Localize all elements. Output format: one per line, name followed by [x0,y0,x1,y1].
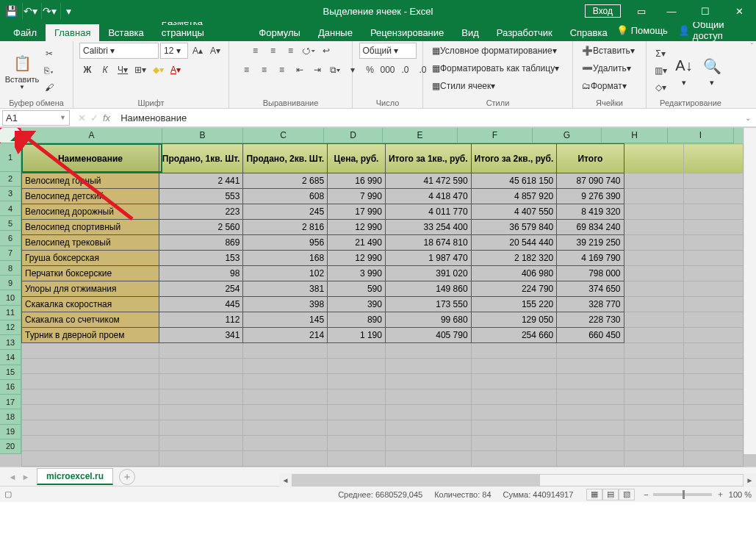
format-painter-icon[interactable]: 🖌 [41,79,57,96]
row-header-2[interactable]: 2 [0,172,21,187]
cell[interactable]: 129 050 [471,312,557,328]
col-header-E[interactable]: E [383,128,458,143]
currency-icon[interactable]: ▾ [345,62,361,78]
insert-cells-button[interactable]: ➕ Вставить ▾ [579,43,638,59]
cell[interactable]: 4 407 550 [471,204,557,220]
cell[interactable]: 4 169 790 [557,251,624,266]
minimize-icon[interactable]: — [655,0,688,22]
row-header-20[interactable]: 20 [0,439,21,454]
header-cell[interactable]: Продано, 1кв. Шт. [159,144,243,173]
cell[interactable]: 245 [243,204,328,220]
cell[interactable]: 153 [159,251,243,266]
align-top-icon[interactable]: ≡ [248,43,264,59]
sheet-nav-prev-icon[interactable]: ◄ [6,473,19,481]
cell[interactable]: 4 011 770 [385,204,471,220]
clear-icon[interactable]: ◇▾ [652,79,669,96]
maximize-icon[interactable]: ☐ [688,0,722,22]
cell[interactable]: 254 660 [471,328,557,343]
sheet-tab[interactable]: microexcel.ru [37,468,113,485]
format-table-button[interactable]: ▦ Форматировать как таблицу ▾ [429,60,562,76]
comma-icon[interactable]: 000 [380,62,396,78]
header-cell[interactable]: Продано, 2кв. Шт. [243,144,328,173]
name-box[interactable]: A1▼ [2,110,70,126]
number-format-combo[interactable]: Общий ▾ [359,43,417,59]
cell[interactable]: 173 550 [385,297,471,312]
header-cell[interactable]: Наименование [22,144,159,173]
font-color-icon[interactable]: A▾ [168,62,184,78]
cell[interactable]: 69 834 240 [557,220,624,235]
cell[interactable]: Велосипед горный [22,173,159,189]
share-button[interactable]: 👤 Общий доступ [678,19,746,41]
view-layout-icon[interactable]: ▤ [602,489,619,500]
tellme-button[interactable]: 💡 Помощь [616,25,668,36]
row-header-12[interactable]: 12 [0,320,21,335]
cell[interactable]: 406 980 [471,266,557,281]
align-left-icon[interactable]: ≡ [239,62,255,78]
copy-icon[interactable]: ⎘▾ [41,62,57,79]
view-pagebreak-icon[interactable]: ▧ [619,489,635,500]
cell[interactable]: 381 [243,281,328,297]
zoom-level[interactable]: 100 % [729,490,752,499]
cell[interactable]: 2 182 320 [471,251,557,266]
cell[interactable]: 145 [243,312,328,328]
zoom-in-icon[interactable]: ＋ [716,489,724,500]
record-macro-icon[interactable]: ▢ [4,489,12,499]
delete-cells-button[interactable]: ➖ Удалить ▾ [579,60,634,76]
row-header-19[interactable]: 19 [0,425,21,439]
col-header-F[interactable]: F [458,128,533,143]
cell[interactable]: 112 [159,312,243,328]
signin-button[interactable]: Вход [585,4,621,18]
cell[interactable]: 2 685 [243,173,328,189]
cell[interactable]: 405 790 [385,328,471,343]
cell[interactable]: Турник в дверной проем [22,328,159,343]
cell[interactable]: 16 990 [328,173,386,189]
cell[interactable]: Упоры для отжимания [22,281,159,297]
inc-decimal-icon[interactable]: .0 [397,62,414,78]
grow-font-icon[interactable]: A▴ [190,43,206,59]
cell[interactable]: 254 [159,281,243,297]
cell[interactable]: 18 674 810 [385,235,471,251]
cell[interactable]: 41 472 590 [385,173,471,189]
cell[interactable]: 98 [159,266,243,281]
cell[interactable]: 869 [159,235,243,251]
cell[interactable]: Скакалка скоростная [22,297,159,312]
col-header-H[interactable]: H [602,128,668,143]
row-header-11[interactable]: 11 [0,306,21,320]
tab-review[interactable]: Рецензирование [361,24,453,41]
row-headers[interactable]: 1234567891011121314151617181920 [0,143,21,454]
cell[interactable]: 391 020 [385,266,471,281]
cell[interactable]: 99 680 [385,312,471,328]
close-icon[interactable]: ✕ [722,0,756,22]
cell[interactable]: 798 000 [557,266,624,281]
row-header-13[interactable]: 13 [0,335,21,350]
cell[interactable]: 660 450 [557,328,624,343]
cell[interactable]: 1 190 [328,328,386,343]
row-header-7[interactable]: 7 [0,246,21,261]
header-cell[interactable]: Итого за 1кв., руб. [385,144,471,173]
tab-home[interactable]: Главная [46,24,99,41]
view-normal-icon[interactable]: ▦ [586,489,602,500]
row-header-15[interactable]: 15 [0,365,21,380]
cell[interactable]: Скакалка со счетчиком [22,312,159,328]
paste-button[interactable]: 📋 Вставить ▼ [6,51,38,90]
fill-icon[interactable]: ▥▾ [652,62,669,79]
save-icon[interactable]: 💾 [3,3,19,19]
row-header-16[interactable]: 16 [0,380,21,395]
format-cells-button[interactable]: 🗂 Формат ▾ [579,78,630,94]
bold-button[interactable]: Ж [79,62,96,78]
font-size-combo[interactable]: 12 ▾ [160,43,188,59]
sort-filter-button[interactable]: A↓▾ [672,54,696,87]
cell[interactable]: 956 [243,235,328,251]
cut-icon[interactable]: ✂ [41,46,57,62]
row-header-6[interactable]: 6 [0,231,21,245]
cell[interactable]: 328 770 [557,297,624,312]
cell[interactable]: 214 [243,328,328,343]
cell[interactable]: 3 990 [328,266,386,281]
cond-format-button[interactable]: ▦ Условное форматирование ▾ [429,43,560,59]
header-cell[interactable]: Цена, руб. [328,144,386,173]
row-header-14[interactable]: 14 [0,350,21,365]
cell[interactable]: 102 [243,266,328,281]
expand-formula-icon[interactable]: ⌄ [740,114,756,122]
cell[interactable]: 2 560 [159,220,243,235]
align-right-icon[interactable]: ≡ [274,62,290,78]
